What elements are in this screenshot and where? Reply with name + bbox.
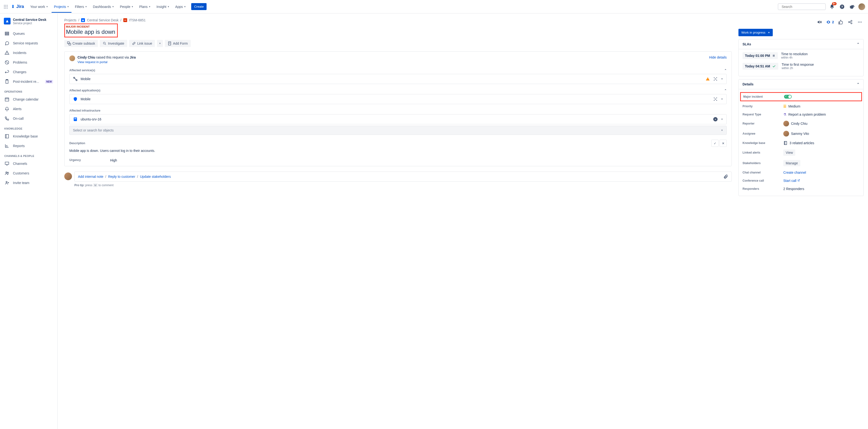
view-in-portal-link[interactable]: View request in portal: [78, 60, 136, 64]
link-issue-button[interactable]: Link issue: [129, 40, 155, 47]
book-icon: [4, 134, 9, 139]
collapse-icon[interactable]: ⌃: [724, 69, 727, 72]
server-icon: [73, 117, 78, 122]
svg-rect-26: [5, 162, 9, 164]
help-icon[interactable]: ?: [838, 3, 846, 10]
flask-icon: ⚗: [783, 113, 786, 116]
feedback-icon[interactable]: [815, 18, 823, 26]
manage-stakeholders-button[interactable]: Manage: [783, 160, 800, 166]
settings-icon[interactable]: [848, 3, 856, 10]
watch-button[interactable]: 2: [825, 19, 835, 25]
major-incident-toggle[interactable]: [784, 95, 792, 99]
responders-value[interactable]: 2 Responders: [783, 187, 804, 191]
sidebar-item-incidents[interactable]: Incidents: [2, 48, 55, 58]
profile-avatar[interactable]: [859, 3, 865, 10]
chevron-down-icon[interactable]: ▼: [721, 118, 723, 120]
confirm-button[interactable]: ✓: [711, 140, 718, 147]
urgency-label: Urgency: [69, 158, 110, 162]
attachment-icon[interactable]: [723, 174, 728, 179]
like-icon[interactable]: [837, 18, 844, 26]
notifications-icon[interactable]: 9+: [828, 3, 836, 10]
breadcrumb-issue-key[interactable]: ITSM-6851: [129, 18, 146, 22]
sidebar-item-invite-team[interactable]: Invite team: [2, 178, 55, 188]
request-type-value[interactable]: ⚗Report a system problem: [783, 113, 826, 116]
add-form-button[interactable]: Add Form: [165, 40, 190, 47]
start-call-link[interactable]: Start call: [783, 179, 800, 183]
hide-details-link[interactable]: Hide details: [709, 55, 727, 59]
more-icon[interactable]: [856, 18, 864, 26]
main-content: Projects / Central Service Desk / ITSM-6…: [58, 13, 739, 429]
nav-dashboards[interactable]: Dashboards▼: [90, 3, 116, 10]
collapse-icon[interactable]: ⌃: [724, 89, 727, 92]
add-internal-note-tab[interactable]: Add internal note: [78, 175, 103, 179]
reporter-value[interactable]: Cindy Chiu: [783, 121, 807, 126]
sidebar-item-reports[interactable]: Reports: [2, 141, 55, 151]
sidebar-item-problems[interactable]: Problems: [2, 58, 55, 67]
affected-infra-field[interactable]: ubuntu-srv-16 ✕ ▼: [69, 114, 727, 124]
nav-plans[interactable]: Plans▼: [137, 3, 153, 10]
create-subtask-button[interactable]: Create subtask: [64, 40, 98, 47]
chevron-down-icon[interactable]: ▼: [721, 78, 723, 80]
nav-filters[interactable]: Filters▼: [72, 3, 90, 10]
description-text[interactable]: Mobile app is down. Users cannot log in …: [69, 149, 727, 153]
comment-input[interactable]: Add internal note / Reply to customer / …: [74, 172, 732, 182]
chevron-down-icon[interactable]: ▼: [721, 129, 723, 131]
svg-rect-36: [69, 43, 71, 45]
details-heading: Details: [743, 82, 753, 86]
app-switcher-icon[interactable]: [3, 4, 9, 9]
sidebar-item-queues[interactable]: Queues: [2, 29, 55, 38]
nav-projects[interactable]: Projects▼: [52, 1, 72, 13]
sidebar-item-channels[interactable]: Channels: [2, 159, 55, 168]
notification-badge: 9+: [832, 2, 837, 5]
object-search-field[interactable]: Select or search for objects ▼: [69, 126, 727, 135]
remove-icon[interactable]: ✕: [713, 117, 718, 121]
breadcrumb-projects[interactable]: Projects: [64, 18, 76, 22]
sidebar-item-customers[interactable]: Customers: [2, 168, 55, 178]
collapse-icon[interactable]: ⌃: [857, 42, 860, 46]
share-icon[interactable]: [846, 18, 854, 26]
sla-time: Today 01:00 PM: [743, 52, 778, 59]
breadcrumb-project[interactable]: Central Service Desk: [87, 18, 119, 22]
sidebar-item-change-calendar[interactable]: Change calendar: [2, 95, 55, 104]
chevron-down-icon[interactable]: ▼: [721, 98, 723, 100]
search-icon: [103, 41, 106, 45]
jira-logo[interactable]: Jira: [10, 4, 24, 9]
reply-customer-tab[interactable]: Reply to customer: [108, 175, 135, 179]
sidebar-item-post-incident-re-[interactable]: Post-incident re...NEW: [2, 77, 55, 86]
search-box[interactable]: [778, 3, 826, 10]
nav-insight[interactable]: Insight▼: [154, 3, 172, 10]
kb-value[interactable]: 3 related articles: [783, 141, 814, 145]
create-channel-link[interactable]: Create channel: [783, 171, 806, 175]
svg-rect-15: [5, 34, 9, 35]
cancel-button[interactable]: ✕: [719, 140, 727, 147]
investigate-button[interactable]: Investigate: [100, 40, 127, 47]
sidebar-item-service-requests[interactable]: Service requests: [2, 38, 55, 48]
sidebar-item-changes[interactable]: Changes: [2, 67, 55, 77]
create-button[interactable]: Create: [191, 3, 207, 10]
request-card: Cindy Chiu raised this request via Jira …: [64, 51, 732, 166]
nav-people[interactable]: People▼: [118, 3, 136, 10]
search-input[interactable]: [782, 5, 824, 9]
issue-title[interactable]: Mobile app is down: [66, 29, 115, 35]
status-dropdown[interactable]: Work in progress▼: [739, 29, 773, 36]
affected-apps-field[interactable]: Mobile ▼: [69, 94, 727, 104]
svg-rect-56: [74, 119, 76, 119]
nav-your-work[interactable]: Your work▼: [28, 3, 51, 10]
graph-icon[interactable]: [713, 77, 718, 81]
link-issue-dropdown[interactable]: ▼: [157, 40, 163, 47]
assignee-value[interactable]: Sammy Vito: [783, 131, 809, 136]
sidebar-item-on-call[interactable]: On-call: [2, 114, 55, 123]
priority-value[interactable]: ☰Medium: [783, 104, 800, 108]
urgency-value[interactable]: High: [110, 158, 117, 162]
nav-apps[interactable]: Apps▼: [173, 3, 188, 10]
link-icon: [132, 41, 136, 45]
update-stakeholders-tab[interactable]: Update stakeholders: [140, 175, 170, 179]
svg-rect-64: [774, 55, 774, 57]
affected-services-field[interactable]: Mobile ▼: [69, 74, 727, 84]
svg-point-59: [851, 23, 852, 24]
view-alerts-button[interactable]: View: [783, 150, 795, 156]
graph-icon[interactable]: [713, 97, 718, 101]
collapse-icon[interactable]: ⌃: [857, 82, 860, 86]
sidebar-item-knowledge-base[interactable]: Knowledge base: [2, 131, 55, 141]
sidebar-item-alerts[interactable]: Alerts: [2, 104, 55, 114]
